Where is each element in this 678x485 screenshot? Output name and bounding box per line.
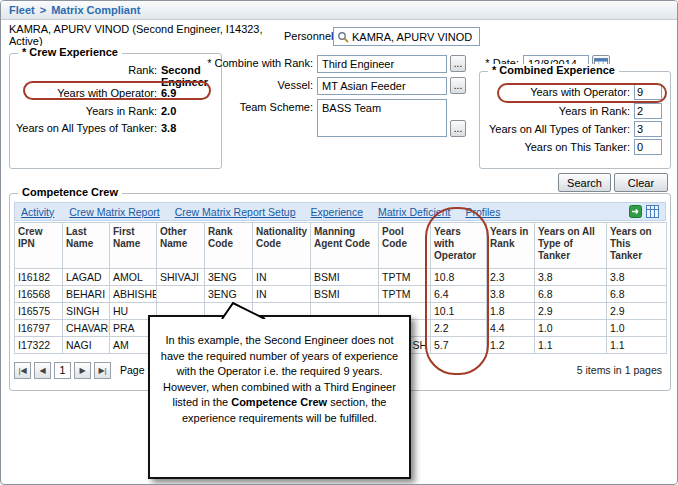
page-size-label: Page [120, 364, 145, 376]
cell-r1-c1: BEHARI [63, 286, 110, 303]
cell-r0-c5: IN [253, 269, 311, 286]
table-row[interactable]: I16568BEHARIABHISHEK3ENGINBSMITPTM6.43.8… [15, 286, 667, 303]
column-header-crew-ipn[interactable]: Crew IPN [15, 223, 63, 269]
crew-experience-legend: * Crew Experience [18, 46, 122, 58]
column-header-years-on-all-type-of-tanker[interactable]: Years on All Type of Tanker [535, 223, 607, 269]
cell-r1-c8: 6.4 [431, 286, 487, 303]
column-header-first-name[interactable]: First Name [110, 223, 157, 269]
cell-r3-c11: 1.0 [607, 320, 667, 337]
personnel-input[interactable] [352, 31, 476, 43]
cell-r0-c2: AMOL [110, 269, 157, 286]
cell-r4-c0: I17322 [15, 337, 63, 354]
cell-r0-c4: 3ENG [205, 269, 253, 286]
cell-r1-c5: IN [253, 286, 311, 303]
cell-r1-c0: I16568 [15, 286, 63, 303]
cell-r0-c1: LAGAD [63, 269, 110, 286]
callout-pointer [218, 301, 268, 319]
pager-last-button[interactable]: ▶| [94, 362, 111, 379]
vessel-label: Vessel: [191, 79, 313, 91]
cell-r0-c9: 2.3 [487, 269, 535, 286]
person-summary: KAMRA, APURV VINOD (Second Engineer, I14… [9, 23, 273, 47]
search-icon [337, 31, 349, 43]
column-header-other-name[interactable]: Other Name [157, 223, 205, 269]
team-scheme-browse-button[interactable]: ... [450, 120, 466, 137]
personnel-field [333, 27, 480, 46]
grid-link-matrix-deficient[interactable]: Matrix Deficient [378, 206, 450, 218]
cell-r0-c0: I16182 [15, 269, 63, 286]
cell-r0-c7: TPTM [379, 269, 431, 286]
grid-link-profiles[interactable]: Profiles [465, 206, 500, 218]
column-header-pool-code[interactable]: Pool Code [379, 223, 431, 269]
cell-r4-c9: 1.2 [487, 337, 535, 354]
cell-r2-c11: 2.9 [607, 303, 667, 320]
pager-current-page[interactable]: 1 [54, 362, 71, 379]
column-header-nationality-code[interactable]: Nationality Code [253, 223, 311, 269]
vessel-input[interactable] [317, 77, 447, 95]
column-header-years-on-this-tanker[interactable]: Years on This Tanker [607, 223, 667, 269]
pager-next-button[interactable]: ▶ [74, 362, 91, 379]
cell-r0-c10: 3.8 [535, 269, 607, 286]
pager-first-button[interactable]: |◀ [14, 362, 31, 379]
grid-link-crew-matrix-report-setup[interactable]: Crew Matrix Report Setup [175, 206, 296, 218]
grid-toolbar: ActivityCrew Matrix ReportCrew Matrix Re… [14, 202, 666, 221]
cell-r4-c1: NAGI [63, 337, 110, 354]
clear-button[interactable]: Clear [614, 173, 668, 192]
combine-with-rank-label: * Combine with Rank: [191, 57, 313, 69]
years-in-rank-label: Years in Rank: [86, 105, 157, 117]
years-with-operator-label: Years with Operator: [57, 87, 157, 99]
column-settings-icon[interactable] [646, 205, 659, 218]
column-header-years-with-operator[interactable]: Years with Operator [431, 223, 487, 269]
column-header-years-in-rank[interactable]: Years in Rank [487, 223, 535, 269]
cell-r2-c8: 10.1 [431, 303, 487, 320]
cell-r4-c10: 1.1 [535, 337, 607, 354]
combine-with-rank-input[interactable] [317, 55, 447, 73]
cell-r3-c9: 4.4 [487, 320, 535, 337]
table-row[interactable]: I16182LAGADAMOLSHIVAJI3ENGINBSMITPTM10.8… [15, 269, 667, 286]
column-header-last-name[interactable]: Last Name [63, 223, 110, 269]
cell-r1-c11: 6.8 [607, 286, 667, 303]
combined-years-all-tanker-row: Years on All Types of Tanker: [489, 121, 662, 137]
grid-link-crew-matrix-report[interactable]: Crew Matrix Report [69, 206, 159, 218]
search-button[interactable]: Search [558, 173, 611, 192]
cell-r2-c9: 1.8 [487, 303, 535, 320]
cell-r4-c8: 5.7 [431, 337, 487, 354]
combined-years-all-tanker-label: Years on All Types of Tanker: [489, 123, 630, 135]
pager-prev-button[interactable]: ◀ [34, 362, 51, 379]
grid-link-activity[interactable]: Activity [21, 206, 54, 218]
combined-years-rank-input[interactable] [634, 103, 662, 119]
rank-label: Rank: [128, 64, 157, 76]
cell-r1-c10: 6.8 [535, 286, 607, 303]
combined-experience-legend: * Combined Experience [488, 64, 619, 76]
items-count: 5 items in 1 pages [577, 364, 666, 376]
breadcrumb-separator: > [40, 4, 46, 16]
breadcrumb-page: Matrix Compliant [51, 4, 140, 16]
cell-r0-c11: 3.8 [607, 269, 667, 286]
column-header-rank-code[interactable]: Rank Code [205, 223, 253, 269]
combined-years-operator-label: Years with Operator: [530, 86, 630, 98]
breadcrumb: Fleet > Matrix Compliant [1, 1, 677, 20]
breadcrumb-section[interactable]: Fleet [9, 4, 35, 16]
grid-link-experience[interactable]: Experience [311, 206, 364, 218]
years-all-tanker-value: 3.8 [161, 122, 213, 134]
export-excel-icon[interactable] [629, 205, 642, 218]
personnel-label: Personnel: [284, 30, 337, 42]
annotation-callout: In this example, the Second Engineer doe… [148, 315, 411, 479]
cell-r3-c1: CHAVARE [63, 320, 110, 337]
team-scheme-input[interactable]: BASS Team [317, 99, 447, 137]
combined-years-all-tanker-input[interactable] [634, 121, 662, 137]
combined-years-operator-input[interactable] [634, 84, 662, 100]
combined-years-this-tanker-row: Years on This Tanker: [524, 139, 662, 155]
column-header-manning-agent-code[interactable]: Manning Agent Code [311, 223, 379, 269]
combined-years-this-tanker-input[interactable] [634, 139, 662, 155]
cell-r4-c11: 1.1 [607, 337, 667, 354]
cell-r1-c9: 3.8 [487, 286, 535, 303]
vessel-browse-button[interactable]: ... [450, 77, 466, 94]
links-wrap: ActivityCrew Matrix ReportCrew Matrix Re… [21, 206, 500, 218]
cell-r2-c1: SINGH [63, 303, 110, 320]
cell-r1-c7: TPTM [379, 286, 431, 303]
cell-r3-c0: I16797 [15, 320, 63, 337]
team-scheme-label: Team Scheme: [191, 101, 313, 113]
years-all-tanker-row: Years on All Types of Tanker: 3.8 [16, 122, 213, 134]
cell-r1-c4: 3ENG [205, 286, 253, 303]
combined-years-rank-label: Years in Rank: [559, 105, 630, 117]
